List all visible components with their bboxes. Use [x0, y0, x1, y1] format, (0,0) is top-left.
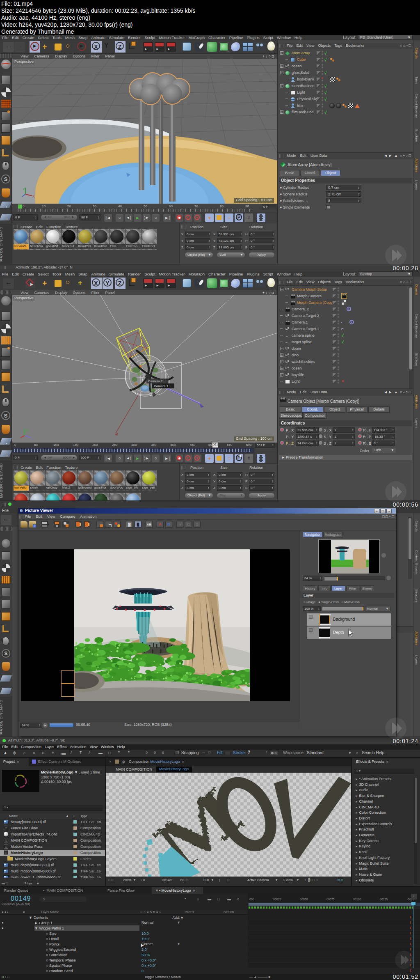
svg-text:Camera.1: Camera.1 [154, 384, 169, 388]
svg-text:Y: Y [26, 429, 29, 432]
svg-text:Camera 2: Camera 2 [148, 379, 163, 383]
svg-text:X: X [32, 438, 34, 441]
svg-text:M: M [140, 773, 254, 877]
svg-text:X: X [32, 195, 35, 198]
svg-text:Z: Z [23, 187, 25, 191]
